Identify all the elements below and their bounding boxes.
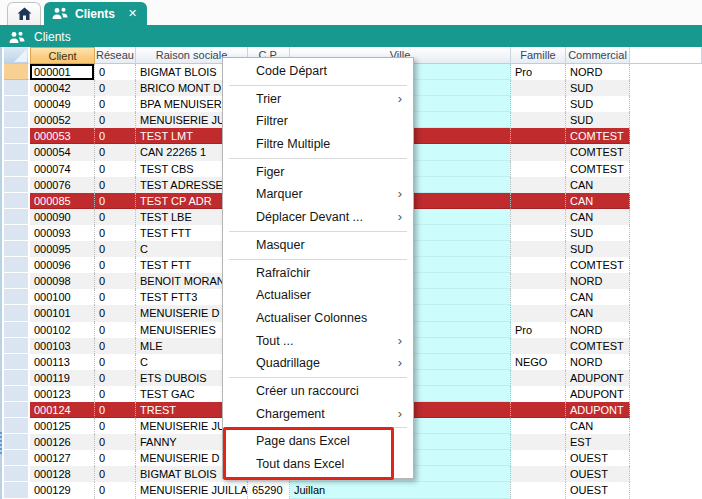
cell-famille[interactable] xyxy=(511,209,566,225)
cell-client[interactable]: 000119 xyxy=(30,370,95,386)
cell-famille[interactable]: NEGO xyxy=(511,354,566,370)
cell-reseau[interactable]: 0 xyxy=(95,177,136,193)
cell-client[interactable]: 000098 xyxy=(30,273,95,289)
cell-reseau[interactable]: 0 xyxy=(95,64,136,80)
cell-commercial[interactable]: COMTEST xyxy=(566,161,630,177)
cell-famille[interactable] xyxy=(511,96,566,112)
cell-cp[interactable]: 65290 xyxy=(248,482,290,498)
row-header[interactable] xyxy=(4,144,30,160)
menu-item-tout-dans-excel[interactable]: Tout dans Excel xyxy=(223,453,413,476)
row-header[interactable] xyxy=(4,450,30,466)
cell-commercial[interactable]: CAN xyxy=(566,418,630,434)
row-header[interactable] xyxy=(4,209,30,225)
cell-reseau[interactable]: 0 xyxy=(95,450,136,466)
cell-commercial[interactable]: CAN xyxy=(566,177,630,193)
cell-commercial[interactable]: SUD xyxy=(566,241,630,257)
row-header[interactable] xyxy=(4,418,30,434)
cell-raison[interactable]: MENUISERIE JUILLANAIS xyxy=(136,482,248,498)
cell-reseau[interactable]: 0 xyxy=(95,112,136,128)
cell-reseau[interactable]: 0 xyxy=(95,80,136,96)
row-header[interactable] xyxy=(4,177,30,193)
cell-famille[interactable] xyxy=(511,482,566,498)
cell-client[interactable]: 000001 xyxy=(30,64,95,80)
cell-reseau[interactable]: 0 xyxy=(95,482,136,498)
cell-commercial[interactable]: COMTEST xyxy=(566,257,630,273)
menu-item-tout[interactable]: Tout ...› xyxy=(223,330,413,353)
cell-commercial[interactable]: OUEST xyxy=(566,482,630,498)
cell-reseau[interactable]: 0 xyxy=(95,386,136,402)
cell-client[interactable]: 000125 xyxy=(30,418,95,434)
row-header[interactable] xyxy=(4,482,30,498)
cell-client[interactable]: 000101 xyxy=(30,305,95,321)
cell-commercial[interactable]: SUD xyxy=(566,225,630,241)
menu-item-d-placer-devant[interactable]: Déplacer Devant ...› xyxy=(223,206,413,229)
cell-famille[interactable] xyxy=(511,257,566,273)
cell-client[interactable]: 000053 xyxy=(30,128,95,144)
row-header[interactable] xyxy=(4,273,30,289)
cell-famille[interactable] xyxy=(511,450,566,466)
row-header[interactable] xyxy=(4,80,30,96)
cell-famille[interactable] xyxy=(511,225,566,241)
menu-item-actualiser-colonnes[interactable]: Actualiser Colonnes xyxy=(223,307,413,330)
menu-item-actualiser[interactable]: Actualiser xyxy=(223,284,413,307)
column-header-commercial[interactable]: Commercial xyxy=(566,47,630,64)
cell-famille[interactable] xyxy=(511,161,566,177)
tab-clients[interactable]: Clients ✕ xyxy=(44,2,147,25)
cell-client[interactable]: 000093 xyxy=(30,225,95,241)
row-header[interactable] xyxy=(4,354,30,370)
menu-item-cr-er-un-raccourci[interactable]: Créer un raccourci xyxy=(223,380,413,403)
tab-close-icon[interactable]: ✕ xyxy=(128,7,137,20)
menu-item-filtre-multiple[interactable]: Filtre Multiple xyxy=(223,133,413,156)
cell-famille[interactable] xyxy=(511,466,566,482)
cell-commercial[interactable]: EST xyxy=(566,434,630,450)
cell-commercial[interactable]: ADUPONT xyxy=(566,386,630,402)
cell-client[interactable]: 000127 xyxy=(30,450,95,466)
row-header[interactable] xyxy=(4,322,30,338)
cell-famille[interactable] xyxy=(511,80,566,96)
cell-reseau[interactable]: 0 xyxy=(95,144,136,160)
row-header[interactable] xyxy=(4,161,30,177)
cell-client[interactable]: 000113 xyxy=(30,354,95,370)
row-header[interactable] xyxy=(4,466,30,482)
cell-commercial[interactable]: NORD xyxy=(566,354,630,370)
cell-client[interactable]: 000074 xyxy=(30,161,95,177)
column-header-famille[interactable]: Famille xyxy=(511,47,566,64)
cell-client[interactable]: 000042 xyxy=(30,80,95,96)
cell-ville[interactable]: Juillan xyxy=(290,482,511,498)
cell-famille[interactable] xyxy=(511,241,566,257)
cell-commercial[interactable]: ADUPONT xyxy=(566,370,630,386)
cell-famille[interactable] xyxy=(511,289,566,305)
cell-commercial[interactable]: COMTEST xyxy=(566,144,630,160)
cell-commercial[interactable]: CAN xyxy=(566,209,630,225)
row-header[interactable] xyxy=(4,305,30,321)
cell-commercial[interactable]: COMTEST xyxy=(566,338,630,354)
cell-commercial[interactable]: COMTEST xyxy=(566,128,630,144)
cell-client[interactable]: 000126 xyxy=(30,434,95,450)
cell-commercial[interactable]: CAN xyxy=(566,289,630,305)
cell-famille[interactable] xyxy=(511,305,566,321)
cell-reseau[interactable]: 0 xyxy=(95,370,136,386)
cell-client[interactable]: 000096 xyxy=(30,257,95,273)
row-header[interactable] xyxy=(4,128,30,144)
cell-reseau[interactable]: 0 xyxy=(95,128,136,144)
column-header-reseau[interactable]: Réseau xyxy=(95,47,136,64)
column-header-client[interactable]: Client xyxy=(30,47,95,64)
cell-commercial[interactable]: NORD xyxy=(566,64,630,80)
cell-client[interactable]: 000103 xyxy=(30,338,95,354)
cell-client[interactable]: 000129 xyxy=(30,482,95,498)
cell-client[interactable]: 000128 xyxy=(30,466,95,482)
row-header[interactable] xyxy=(4,96,30,112)
menu-item-filtrer[interactable]: Filtrer xyxy=(223,110,413,133)
menu-item-quadrillage[interactable]: Quadrillage› xyxy=(223,352,413,375)
cell-reseau[interactable]: 0 xyxy=(95,354,136,370)
cell-commercial[interactable]: NORD xyxy=(566,273,630,289)
cell-famille[interactable] xyxy=(511,386,566,402)
menu-item-code-d-part[interactable]: Code Départ xyxy=(223,60,413,83)
row-header[interactable] xyxy=(4,241,30,257)
cell-famille[interactable] xyxy=(511,370,566,386)
cell-commercial[interactable]: CAN xyxy=(566,193,630,209)
cell-client[interactable]: 000095 xyxy=(30,241,95,257)
cell-commercial[interactable]: SUD xyxy=(566,96,630,112)
cell-reseau[interactable]: 0 xyxy=(95,402,136,418)
cell-commercial[interactable]: CAN xyxy=(566,305,630,321)
